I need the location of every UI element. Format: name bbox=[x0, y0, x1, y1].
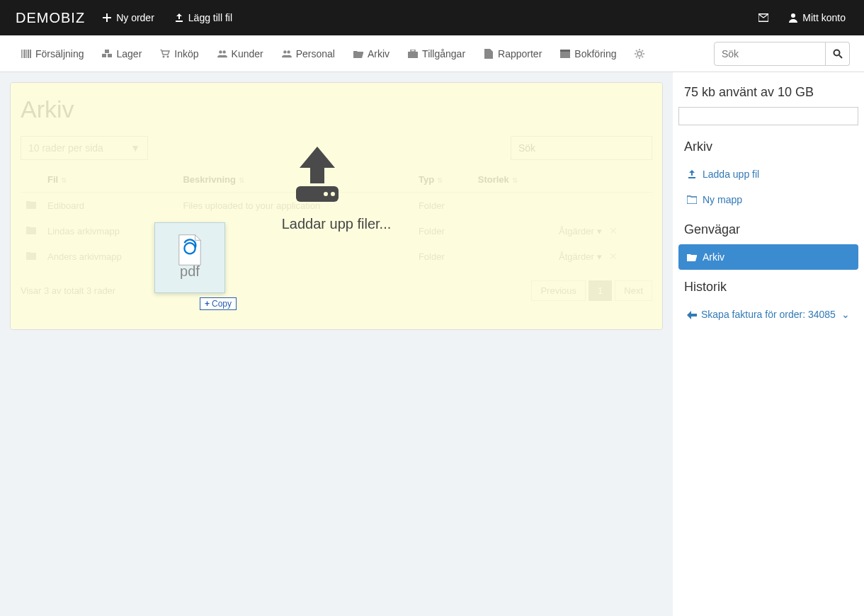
new-folder-link[interactable]: Ny mapp bbox=[678, 187, 858, 212]
my-account-label: Mitt konto bbox=[802, 12, 846, 23]
nav-inkop[interactable]: Inköp bbox=[153, 42, 205, 65]
plus-icon: + bbox=[205, 299, 210, 309]
next-page-button[interactable]: Next bbox=[615, 280, 652, 301]
upload-file-label: Ladda upp fil bbox=[703, 169, 759, 180]
sidebar-arkiv-heading: Arkiv bbox=[678, 139, 858, 154]
shortcut-label: Arkiv bbox=[703, 251, 724, 263]
table-status: Visar 3 av totalt 3 rader bbox=[21, 285, 115, 296]
barcode-icon bbox=[21, 49, 31, 59]
shortcut-arkiv[interactable]: Arkiv bbox=[678, 244, 858, 270]
svg-rect-11 bbox=[411, 50, 415, 52]
search-input[interactable] bbox=[714, 42, 826, 66]
nav-personal[interactable]: Personal bbox=[275, 42, 342, 65]
nav-arkiv[interactable]: Arkiv bbox=[346, 42, 397, 65]
nav-label: Arkiv bbox=[368, 48, 390, 59]
cart-icon bbox=[160, 49, 170, 59]
table-row[interactable]: Lindas arkivmapp Folder Åtgärder ▾✕ bbox=[21, 218, 652, 244]
new-order-link[interactable]: Ny order bbox=[92, 0, 164, 35]
col-desc[interactable]: Beskrivning⇅ bbox=[177, 167, 412, 193]
table-row[interactable]: Ediboard Files uploaded to your applicat… bbox=[21, 193, 652, 219]
upload-file-link[interactable]: Ladda upp fil bbox=[678, 161, 858, 187]
nav-label: Kunder bbox=[232, 48, 263, 59]
new-folder-label: Ny mapp bbox=[703, 194, 742, 205]
add-file-link[interactable]: Lägg till fil bbox=[164, 0, 242, 35]
app-logo[interactable]: DEMOBIZ bbox=[8, 10, 92, 26]
search-button[interactable] bbox=[826, 42, 850, 66]
col-file[interactable]: Fil⇅ bbox=[42, 167, 177, 193]
nav-label: Tillgångar bbox=[422, 48, 465, 59]
file-table: Fil⇅ Beskrivning⇅ Typ⇅ Storlek⇅ Ediboard… bbox=[21, 167, 652, 269]
nav-lager[interactable]: Lager bbox=[95, 42, 149, 65]
pagination: Previous 1 Next bbox=[531, 280, 652, 301]
svg-point-4 bbox=[163, 55, 165, 57]
rows-per-page-label: 10 rader per sida bbox=[28, 142, 103, 154]
chevron-down-icon: ▾ bbox=[597, 251, 602, 262]
nav-kunder[interactable]: Kunder bbox=[210, 42, 271, 65]
svg-rect-13 bbox=[560, 50, 570, 52]
svg-point-6 bbox=[219, 50, 222, 53]
history-item[interactable]: Skapa faktura för order: 34085 ⌄ bbox=[678, 302, 858, 327]
envelope-icon bbox=[758, 13, 768, 23]
nav-forsaljning[interactable]: Försäljning bbox=[14, 42, 91, 65]
nav-label: Rapporter bbox=[498, 48, 542, 59]
chevron-down-icon: ▾ bbox=[597, 226, 602, 236]
nav-label: Personal bbox=[296, 48, 335, 59]
nav-rapporter[interactable]: Rapporter bbox=[477, 42, 549, 65]
search-icon bbox=[833, 49, 843, 59]
copy-cursor-badge: + Copy bbox=[200, 297, 237, 310]
file-type: Folder bbox=[413, 244, 472, 269]
new-order-label: Ny order bbox=[116, 12, 154, 23]
row-actions-menu[interactable]: Åtgärder ▾ bbox=[559, 251, 602, 262]
briefcase-icon bbox=[408, 49, 418, 59]
chevron-down-icon[interactable]: ⌄ bbox=[841, 309, 850, 320]
delete-row-button[interactable]: ✕ bbox=[609, 251, 618, 262]
users-icon bbox=[282, 49, 292, 59]
my-account-link[interactable]: Mitt konto bbox=[778, 0, 856, 35]
col-size[interactable]: Storlek⇅ bbox=[472, 167, 553, 193]
sort-icon: ⇅ bbox=[61, 176, 67, 184]
svg-rect-10 bbox=[408, 52, 418, 58]
nav-settings[interactable] bbox=[627, 43, 652, 64]
storage-filter-input[interactable] bbox=[678, 107, 858, 125]
topbar: DEMOBIZ Ny order Lägg till fil Mitt kont… bbox=[0, 0, 864, 35]
page-title: Arkiv bbox=[21, 96, 652, 123]
mail-link[interactable] bbox=[749, 0, 778, 35]
svg-point-9 bbox=[287, 50, 290, 53]
svg-point-7 bbox=[222, 50, 225, 53]
folder-icon bbox=[687, 195, 697, 205]
archive-panel: Arkiv 10 rader per sida ▼ Fil⇅ Beskrivni… bbox=[10, 82, 663, 330]
svg-point-5 bbox=[167, 55, 169, 57]
history-label: Skapa faktura för order: 34085 bbox=[701, 309, 836, 320]
file-desc: Files uploaded to your application bbox=[177, 193, 412, 219]
gear-icon bbox=[635, 49, 644, 59]
folder-icon bbox=[26, 225, 36, 235]
main-content: Arkiv 10 rader per sida ▼ Fil⇅ Beskrivni… bbox=[0, 72, 673, 616]
row-actions-menu[interactable]: Åtgärder ▾ bbox=[559, 226, 602, 236]
svg-rect-2 bbox=[102, 54, 106, 57]
arrow-left-icon bbox=[687, 310, 697, 320]
upload-icon bbox=[174, 13, 184, 23]
table-row[interactable]: Anders arkivmapp Folder Åtgärder ▾✕ bbox=[21, 244, 652, 269]
delete-row-button[interactable]: ✕ bbox=[609, 225, 618, 236]
sidebar-shortcuts-heading: Genvägar bbox=[678, 222, 858, 237]
nav-tillgangar[interactable]: Tillgångar bbox=[401, 42, 472, 65]
nav-label: Bokföring bbox=[574, 48, 616, 59]
book-icon bbox=[560, 49, 570, 59]
rows-per-page-select[interactable]: 10 rader per sida ▼ bbox=[21, 136, 148, 160]
table-filter-input[interactable] bbox=[511, 136, 652, 160]
global-search bbox=[714, 42, 850, 66]
plus-icon bbox=[102, 13, 112, 23]
page-number[interactable]: 1 bbox=[589, 280, 612, 301]
folder-open-icon bbox=[353, 49, 363, 59]
folder-icon bbox=[26, 200, 36, 210]
col-type[interactable]: Typ⇅ bbox=[413, 167, 472, 193]
dragged-file-preview: pdf bbox=[154, 222, 225, 293]
nav-bokforing[interactable]: Bokföring bbox=[553, 42, 623, 65]
nav-label: Lager bbox=[116, 48, 142, 59]
prev-page-button[interactable]: Previous bbox=[531, 280, 586, 301]
copy-label: Copy bbox=[212, 299, 232, 309]
user-icon bbox=[788, 13, 798, 23]
folder-open-icon bbox=[687, 252, 697, 262]
main-nav: Försäljning Lager Inköp Kunder Personal … bbox=[0, 35, 864, 72]
svg-rect-3 bbox=[108, 54, 112, 57]
